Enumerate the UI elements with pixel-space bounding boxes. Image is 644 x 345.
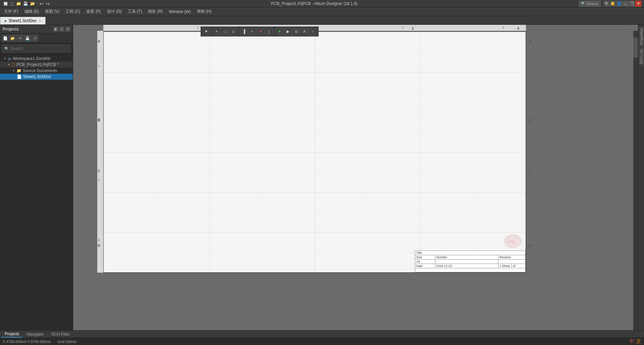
folder-icon: 📁: [16, 68, 21, 73]
scrollbar-thumb[interactable]: [633, 38, 638, 58]
project-label: PCB_Project1.PrjPCB *: [16, 62, 59, 67]
menu-window[interactable]: Window (W): [166, 9, 193, 15]
revision-label: Revision: [498, 255, 525, 259]
right-panel: Properties SCH List: [638, 25, 644, 330]
save-project-button[interactable]: 💾: [24, 35, 31, 42]
project-icon: ⬡: [12, 62, 15, 67]
row-label-d-right: D: [529, 244, 532, 248]
ruler-mark-3: 3: [402, 26, 404, 29]
ellipse-button[interactable]: ○: [309, 27, 317, 36]
panel-toolbar: 📄 📂 ✕ 💾 ↺: [0, 33, 73, 43]
vertical-scrollbar[interactable]: [633, 31, 638, 330]
menu-help[interactable]: 帮助 (H): [194, 8, 214, 15]
titlebar-search-label: Search: [587, 2, 598, 6]
menu-bar: 文件 (F) 编辑 (E) 视图 (V) 工程 (C) 放置 (P) 设计 (D…: [0, 7, 644, 16]
restore-button[interactable]: ❐: [629, 1, 635, 7]
svg-text:中文: 中文: [508, 239, 516, 244]
arrow-button[interactable]: ▷: [229, 27, 237, 36]
rect-button[interactable]: □: [221, 27, 229, 36]
line-button[interactable]: |: [265, 27, 273, 36]
search-input[interactable]: [10, 46, 68, 51]
project-collapse-icon: ▼: [7, 63, 10, 66]
menu-view[interactable]: 视图 (V): [42, 8, 62, 15]
menu-place[interactable]: 放置 (P): [84, 8, 103, 15]
port-button[interactable]: ▶: [284, 27, 292, 36]
project-tree: ▼ 🗂 Workspace1.DsnWrk ▼ ⬡ PCB_Project1.P…: [0, 54, 73, 330]
sch-filter-bottom-tab[interactable]: SCH Filter: [48, 331, 73, 337]
sheet-label: Sheet1.SchDoc: [23, 74, 51, 79]
grid-display: Grid:100mil: [57, 340, 76, 344]
user-icon[interactable]: 👤: [616, 1, 622, 7]
row-label-b-left: B: [98, 118, 100, 122]
watermark: 中文: [504, 234, 522, 249]
close-project-button[interactable]: ✕: [17, 35, 23, 42]
sch-list-tab[interactable]: SCH List: [639, 48, 644, 66]
properties-tab[interactable]: Properties: [639, 26, 644, 47]
ruler-mark-d: D: [98, 238, 100, 242]
workspace-label: Workspace1.DsnWrk: [13, 56, 50, 61]
date-label: Date: [415, 264, 435, 268]
filter-button[interactable]: ▼: [202, 27, 210, 36]
settings-icon[interactable]: ⚙: [603, 1, 609, 7]
row-label-c-right: C: [529, 169, 532, 173]
navigator-bottom-tab[interactable]: Navigator: [23, 331, 47, 337]
bar-button[interactable]: ▐: [240, 27, 248, 36]
notifications-icon[interactable]: 🔔: [610, 1, 616, 7]
refresh-button[interactable]: ↺: [32, 35, 38, 42]
title-block: Title Size Number Revision A4 Date 2: [415, 251, 526, 272]
date-value: 2018-12-23: [435, 264, 498, 268]
circle-button[interactable]: ◎: [292, 27, 300, 36]
status-bar: X:4700.000mil Y:3700.000mil Grid:100mil …: [0, 338, 644, 345]
of-label: of: [512, 264, 525, 268]
row-label-d-left: D: [98, 244, 100, 248]
ruler-left: A B C D: [97, 31, 103, 273]
schematic-sheet[interactable]: A A B B C C D D 1 2 3 4 Title: [103, 31, 526, 273]
project-item[interactable]: ▼ ⬡ PCB_Project1.PrjPCB *: [0, 62, 73, 68]
menu-tools[interactable]: 工具 (T): [125, 8, 145, 15]
watermark-bottom: 中: [629, 338, 635, 345]
menu-project[interactable]: 工程 (C): [63, 8, 83, 15]
text-button[interactable]: A: [301, 27, 309, 36]
projects-bottom-tab[interactable]: Projects: [1, 331, 22, 338]
menu-edit[interactable]: 编辑 (E): [22, 8, 42, 15]
row-label-a-right: A: [529, 39, 532, 43]
row-label-a-left: A: [98, 39, 100, 43]
panel-float-button[interactable]: ◧: [53, 27, 58, 31]
number-label: Number: [435, 255, 498, 259]
search-input-container[interactable]: 🔍: [2, 45, 71, 53]
size-label: Size: [415, 255, 435, 259]
new-project-button[interactable]: 📄: [2, 35, 9, 42]
row-label-c-left: C: [98, 169, 100, 173]
menu-reports[interactable]: 报告 (R): [145, 8, 165, 15]
menu-file[interactable]: 文件 (F): [1, 8, 21, 15]
tab-label: Sheet1.SchDoc: [9, 18, 37, 23]
titlebar-search-box[interactable]: 🔍 Search: [579, 1, 601, 7]
component-button[interactable]: ■: [275, 27, 283, 36]
panel-search-area: 🔍: [0, 43, 73, 54]
sheet-item[interactable]: 📄 Sheet1.SchDoc: [0, 74, 73, 80]
menu-design[interactable]: 设计 (D): [104, 8, 124, 15]
tab-sheet1[interactable]: ■ Sheet1.SchDoc ✕: [0, 17, 46, 24]
source-docs-item[interactable]: ▼ 📁 Source Documents: [0, 68, 73, 74]
power-button[interactable]: ✦: [257, 27, 265, 36]
canvas-area[interactable]: ▼ + □ ▷ ▐ ≈ ✦ | ■ ▶ ◎ A ○ 1 2 3: [73, 25, 638, 330]
workspace-item[interactable]: ▼ 🗂 Workspace1.DsnWrk: [0, 56, 73, 62]
panel-close-button[interactable]: ✕: [65, 27, 70, 31]
tab-close-icon[interactable]: ✕: [39, 19, 41, 23]
panel-title-label: Projects: [3, 27, 18, 31]
projects-panel: Projects ◧ □ ✕ 📄 📂 ✕ 💾 ↺ 🔍: [0, 25, 73, 330]
minimize-button[interactable]: —: [623, 1, 629, 7]
watermark-bottom2: 文: [636, 338, 641, 345]
wave-button[interactable]: ≈: [248, 27, 256, 36]
coordinates-display: X:4700.000mil Y:3700.000mil: [3, 340, 51, 344]
collapse-icon: ▼: [3, 57, 6, 60]
close-button[interactable]: ✕: [635, 1, 641, 7]
ruler-mark-4: 4: [502, 26, 504, 29]
source-collapse-icon: ▼: [12, 69, 15, 72]
ruler-mark-a: A: [98, 64, 100, 68]
size-value: A4: [415, 260, 435, 264]
open-project-button[interactable]: 📂: [9, 35, 16, 42]
panel-maximize-button[interactable]: □: [59, 27, 64, 31]
col-label-4: 4: [517, 26, 519, 30]
add-button[interactable]: +: [213, 27, 221, 36]
